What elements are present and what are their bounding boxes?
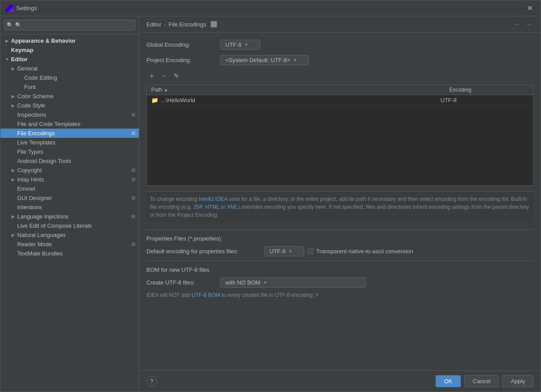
- sidebar-item-live-edit[interactable]: Live Edit of Compose Literals: [0, 221, 139, 230]
- create-utf8-value: with NO BOM: [225, 279, 260, 286]
- bom-section: BOM for new UTF-8 files Create UTF-8 fil…: [146, 266, 534, 298]
- sidebar-item-textmate[interactable]: TextMate Bundles: [0, 249, 139, 258]
- transparent-label: Transparent native-to-ascii conversion: [316, 248, 413, 255]
- sidebar-item-label: GUI Designer: [17, 195, 130, 201]
- sidebar-item-language-injections[interactable]: ▶ Language Injections ⊞: [0, 212, 139, 221]
- path-value: ...\HelloWorld: [161, 97, 195, 104]
- sidebar-item-keymap[interactable]: Keymap: [0, 45, 139, 55]
- sidebar-item-inspections[interactable]: Inspections ⊞: [0, 110, 139, 119]
- project-encoding-row: Project Encoding: <System Default: UTF-8…: [146, 55, 534, 65]
- chevron-placeholder: [17, 75, 23, 81]
- breadcrumb-separator: ›: [164, 21, 166, 28]
- sort-icon: ▲: [164, 88, 168, 92]
- sidebar-item-label: Editor: [11, 56, 135, 63]
- chevron-placeholder: [10, 140, 16, 146]
- sidebar-item-label: Language Injections: [17, 213, 130, 220]
- sidebar-item-label: Inlay Hints: [17, 176, 130, 183]
- dropdown-arrow-icon: ▼: [293, 58, 297, 63]
- sidebar-item-code-style[interactable]: ▶ Code Style: [0, 101, 139, 110]
- sidebar-item-label: General: [17, 65, 135, 72]
- sidebar-item-intentions[interactable]: Intentions: [0, 203, 139, 212]
- inlay-hints-badge: ⊞: [131, 177, 135, 182]
- sidebar-item-reader-mode[interactable]: Reader Mode ⊞: [0, 240, 139, 249]
- chevron-right-icon: ▶: [10, 214, 16, 220]
- sidebar: 🔍 ▶ Appearance & Behavior Keymap ▼: [0, 16, 139, 392]
- nav-forward-button[interactable]: →: [524, 20, 534, 29]
- sidebar-item-inlay-hints[interactable]: ▶ Inlay Hints ⊞: [0, 175, 139, 184]
- bom-link: UTF-8 BOM: [191, 292, 220, 298]
- folder-icon: 📁: [151, 97, 158, 104]
- chevron-right-icon: ▶: [10, 167, 16, 174]
- close-button[interactable]: ✕: [524, 3, 535, 13]
- sidebar-item-label: TextMate Bundles: [17, 250, 135, 257]
- sidebar-item-label: Color Scheme: [17, 93, 135, 100]
- remove-encoding-button[interactable]: −: [159, 70, 169, 81]
- project-encoding-dropdown[interactable]: <System Default: UTF-8> ▼: [220, 55, 309, 65]
- chevron-right-icon: ▶: [10, 232, 16, 238]
- transparent-checkbox[interactable]: [308, 248, 313, 254]
- bookmark-icon: [211, 21, 217, 27]
- app-icon: [6, 5, 13, 12]
- bom-note: IDEA will NOT add UTF-8 BOM to every cre…: [146, 292, 534, 298]
- dropdown-arrow-icon: ▼: [263, 280, 267, 285]
- transparent-checkbox-wrapper: Transparent native-to-ascii conversion: [308, 248, 413, 255]
- main-content: 🔍 ▶ Appearance & Behavior Keymap ▼: [0, 16, 541, 392]
- chevron-placeholder: [17, 84, 23, 90]
- bom-section-title: BOM for new UTF-8 files: [146, 266, 534, 273]
- sidebar-item-font[interactable]: Font: [0, 82, 139, 92]
- sidebar-item-label: Live Edit of Compose Literals: [17, 222, 135, 229]
- properties-encoding-dropdown[interactable]: UTF-8 ▼: [265, 246, 304, 256]
- sidebar-item-label: Inspections: [17, 111, 130, 118]
- col-header-path[interactable]: Path ▲: [147, 85, 445, 95]
- add-encoding-button[interactable]: +: [146, 70, 157, 81]
- settings-dialog: Settings ✕ 🔍 ▶ Appearance & Behavior: [0, 0, 541, 392]
- help-button[interactable]: ?: [146, 376, 157, 387]
- info-link-html: HTML: [205, 204, 219, 210]
- sidebar-item-android-design[interactable]: Android Design Tools: [0, 156, 139, 166]
- col-header-encoding[interactable]: Encoding: [445, 85, 533, 95]
- chevron-down-icon: ▼: [4, 56, 10, 63]
- table-row[interactable]: 📁 ...\HelloWorld UTF-8: [147, 95, 533, 106]
- global-encoding-row: Global Encoding: UTF-8 ▼: [146, 40, 534, 50]
- global-encoding-dropdown[interactable]: UTF-8 ▼: [220, 40, 260, 50]
- project-encoding-label: Project Encoding:: [146, 57, 217, 63]
- chevron-placeholder: [10, 195, 16, 201]
- sidebar-item-label: Emmet: [17, 185, 135, 192]
- breadcrumb-parent[interactable]: Editor: [146, 21, 161, 28]
- edit-encoding-button[interactable]: ✎: [171, 70, 182, 81]
- chevron-placeholder: [10, 241, 16, 248]
- sidebar-item-gui-designer[interactable]: GUI Designer ⊞: [0, 193, 139, 203]
- chevron-placeholder: [10, 223, 16, 229]
- sidebar-item-editor[interactable]: ▼ Editor: [0, 55, 139, 64]
- cancel-button[interactable]: Cancel: [464, 375, 499, 387]
- default-enc-label: Default encoding for properties files:: [146, 248, 261, 255]
- sidebar-item-appearance[interactable]: ▶ Appearance & Behavior: [0, 36, 139, 45]
- sidebar-item-file-types[interactable]: File Types: [0, 147, 139, 156]
- gui-badge: ⊞: [131, 195, 135, 201]
- bottom-bar: ? OK Cancel Apply: [139, 370, 541, 392]
- sidebar-item-file-code-templates[interactable]: File and Code Templates: [0, 119, 139, 129]
- sidebar-item-code-editing[interactable]: Code Editing: [0, 73, 139, 82]
- sidebar-item-emmet[interactable]: Emmet: [0, 184, 139, 193]
- apply-button[interactable]: Apply: [502, 375, 534, 387]
- create-utf8-dropdown[interactable]: with NO BOM ▼: [220, 277, 366, 288]
- sidebar-item-label: Android Design Tools: [17, 158, 135, 164]
- sidebar-item-copyright[interactable]: ▶ Copyright ⊞: [0, 166, 139, 175]
- nav-back-button[interactable]: ←: [512, 20, 522, 29]
- chevron-right-icon: ▶: [10, 66, 16, 72]
- sidebar-item-natural-languages[interactable]: ▶ Natural Languages: [0, 230, 139, 240]
- sidebar-item-live-templates[interactable]: Live Templates: [0, 138, 139, 147]
- info-link-idea: IntelliJ IDEA: [199, 196, 228, 202]
- sidebar-tree: ▶ Appearance & Behavior Keymap ▼ Editor …: [0, 34, 139, 392]
- search-input[interactable]: [4, 20, 135, 30]
- chevron-placeholder: [10, 204, 16, 211]
- chevron-placeholder: [10, 149, 16, 155]
- chevron-placeholder: [10, 121, 16, 127]
- sidebar-item-general[interactable]: ▶ General: [0, 64, 139, 73]
- sidebar-item-color-scheme[interactable]: ▶ Color Scheme: [0, 92, 139, 101]
- info-link-jsp: JSP: [193, 204, 202, 210]
- sidebar-item-file-encodings[interactable]: File Encodings ⊞: [0, 129, 139, 138]
- dropdown-arrow-icon: ▼: [244, 42, 249, 47]
- ok-button[interactable]: OK: [436, 375, 461, 387]
- encoding-toolbar: + − ✎: [146, 70, 534, 81]
